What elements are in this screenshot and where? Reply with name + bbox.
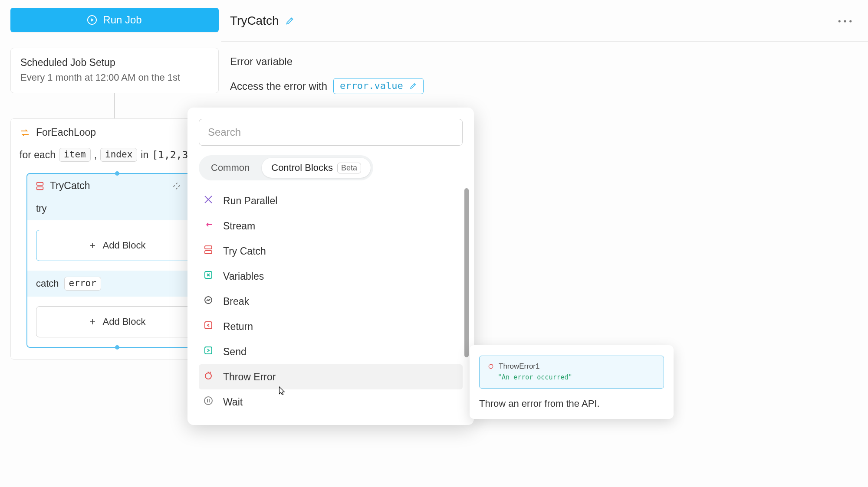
edit-icon[interactable] (409, 82, 417, 90)
schedule-title: Scheduled Job Setup (20, 57, 209, 69)
picker-item-label: Send (223, 346, 247, 358)
divider (221, 41, 868, 42)
picker-item-label: Variables (223, 271, 264, 282)
catch-label: catch (36, 278, 59, 289)
throw-icon (203, 370, 214, 383)
kw-for-each: for each (20, 149, 56, 161)
picker-item-label: Wait (223, 396, 243, 408)
loop-icon (20, 127, 30, 138)
flow-connector (114, 93, 115, 118)
svg-point-16 (204, 397, 212, 405)
send-icon (203, 345, 214, 358)
search-input[interactable] (199, 119, 463, 146)
main-header: TryCatch (230, 14, 295, 28)
tab-control-label: Control Blocks (271, 162, 333, 173)
scrollbar[interactable] (464, 188, 469, 357)
trycatch-icon (35, 181, 45, 191)
access-text: Access the error with (230, 80, 327, 92)
svg-rect-13 (205, 322, 212, 329)
page-more-button[interactable] (838, 18, 852, 26)
index-token[interactable]: index (100, 148, 137, 162)
svg-rect-14 (205, 347, 212, 354)
picker-list: Run ParallelStreamTry CatchVariablesBrea… (199, 188, 463, 415)
error-token: error.value (340, 80, 403, 91)
vars-icon (203, 270, 214, 283)
block-picker-popover: Common Control Blocks Beta Run ParallelS… (187, 108, 474, 425)
picker-item-stream[interactable]: Stream (199, 213, 463, 239)
svg-point-6 (838, 20, 841, 22)
svg-rect-1 (37, 182, 43, 185)
wait-icon (203, 395, 214, 409)
tab-common-label: Common (211, 162, 250, 173)
foreach-expression: for each item , index in [1,2,3] (20, 148, 210, 162)
plus-icon (89, 318, 96, 326)
svg-point-17 (489, 364, 493, 368)
try-section-label: try (27, 197, 207, 220)
stream-icon (203, 219, 214, 232)
return-icon (203, 320, 214, 333)
tooltip-preview: ThrowError1 "An error occurred" (479, 356, 664, 389)
run-job-button[interactable]: Run Job (10, 8, 219, 32)
throw-error-tooltip: ThrowError1 "An error occurred" Throw an… (470, 345, 674, 419)
catch-section-label: catch error (27, 271, 207, 297)
picker-item-label: Break (223, 296, 249, 307)
picker-item-throw[interactable]: Throw Error (199, 364, 463, 389)
schedule-subtitle: Every 1 month at 12:00 AM on the 1st (20, 72, 209, 83)
run-job-label: Run Job (103, 14, 141, 26)
mouse-cursor (277, 386, 286, 395)
picker-item-label: Try Catch (223, 245, 266, 257)
svg-rect-2 (37, 186, 43, 189)
more-icon (838, 18, 852, 24)
tooltip-preview-message: "An error occurred" (498, 373, 656, 381)
kw-in: in (141, 149, 148, 161)
picker-item-break[interactable]: Break (199, 289, 463, 314)
svg-point-8 (849, 20, 852, 22)
page-title: TryCatch (230, 14, 279, 28)
error-value-chip[interactable]: error.value (333, 78, 424, 94)
throw-icon (487, 363, 494, 370)
svg-point-15 (205, 373, 211, 379)
picker-item-parallel[interactable]: Run Parallel (199, 188, 463, 213)
collapse-icon[interactable] (172, 182, 181, 190)
picker-item-label: Throw Error (223, 371, 276, 383)
schedule-card[interactable]: Scheduled Job Setup Every 1 month at 12:… (10, 48, 219, 93)
parallel-icon (203, 194, 214, 207)
tooltip-description: Throw an error from the API. (479, 398, 664, 409)
add-block-button-try[interactable]: Add Block (36, 230, 198, 261)
tab-common[interactable]: Common (201, 158, 259, 178)
picker-tabs: Common Control Blocks Beta (199, 155, 373, 180)
tab-control-blocks[interactable]: Control Blocks Beta (262, 158, 371, 178)
play-icon (87, 15, 97, 25)
add-block-label: Add Block (102, 316, 145, 327)
svg-point-7 (844, 20, 846, 22)
add-block-label: Add Block (102, 240, 145, 251)
plus-icon (89, 242, 96, 249)
picker-item-wait[interactable]: Wait (199, 389, 463, 415)
trycatch-block[interactable]: TryCatch try Add Block catch error (26, 173, 208, 348)
break-icon (203, 295, 214, 308)
picker-item-label: Run Parallel (223, 195, 277, 207)
picker-item-send[interactable]: Send (199, 339, 463, 364)
foreach-title: ForEachLoop (36, 127, 96, 138)
picker-item-label: Return (223, 321, 253, 333)
picker-item-vars[interactable]: Variables (199, 264, 463, 289)
catch-var-token[interactable]: error (64, 277, 101, 291)
svg-rect-9 (205, 246, 212, 249)
picker-item-return[interactable]: Return (199, 314, 463, 339)
svg-rect-10 (205, 251, 212, 254)
comma: , (94, 149, 97, 161)
edit-icon[interactable] (285, 16, 295, 26)
error-variable-heading: Error variable (230, 56, 424, 68)
try-label: try (36, 203, 46, 214)
beta-badge: Beta (337, 163, 361, 173)
trycatch-icon (203, 245, 214, 258)
picker-item-trycatch[interactable]: Try Catch (199, 239, 463, 264)
trycatch-title: TryCatch (50, 180, 90, 192)
add-block-button-catch[interactable]: Add Block (36, 306, 198, 337)
tooltip-preview-title: ThrowError1 (499, 362, 539, 371)
item-token[interactable]: item (59, 148, 91, 162)
error-variable-section: Error variable Access the error with err… (230, 56, 424, 94)
picker-item-label: Stream (223, 220, 255, 232)
